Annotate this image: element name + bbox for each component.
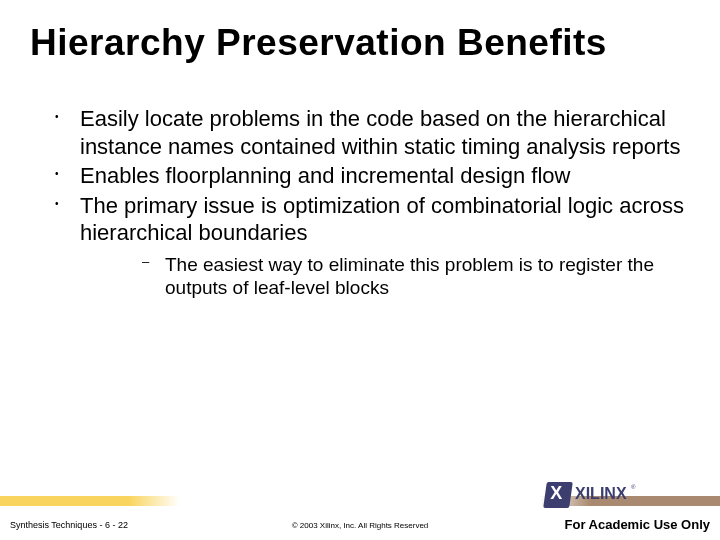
- slide-body: Easily locate problems in the code based…: [40, 105, 690, 302]
- sub-bullet-item: The easiest way to eliminate this proble…: [130, 253, 690, 301]
- logo-tm: ®: [631, 484, 635, 490]
- bullet-item: Easily locate problems in the code based…: [40, 105, 690, 160]
- logo-mark: [543, 482, 573, 508]
- bullet-list: Easily locate problems in the code based…: [40, 105, 690, 300]
- logo-word: XILINX: [575, 485, 627, 503]
- bullet-item: Enables floorplanning and incremental de…: [40, 162, 690, 190]
- slide: Hierarchy Preservation Benefits Easily l…: [0, 0, 720, 540]
- bullet-text: The primary issue is optimization of com…: [80, 193, 684, 246]
- slide-title: Hierarchy Preservation Benefits: [30, 22, 700, 64]
- footer-right: For Academic Use Only: [565, 517, 710, 532]
- xilinx-logo: XILINX ®: [545, 482, 635, 510]
- sub-bullet-list: The easiest way to eliminate this proble…: [130, 253, 690, 301]
- bullet-item: The primary issue is optimization of com…: [40, 192, 690, 301]
